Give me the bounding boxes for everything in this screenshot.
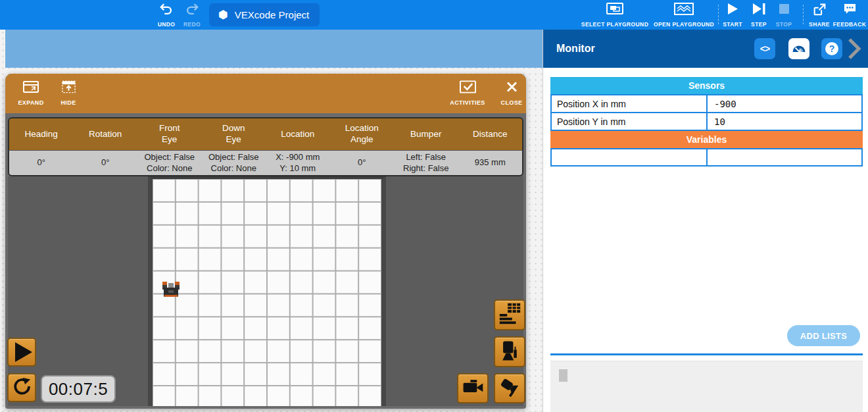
vr-robot[interactable]: [160, 279, 181, 300]
redo-label: REDO: [183, 21, 201, 28]
collapse-panel-chevron[interactable]: [847, 38, 861, 62]
hide-label: HIDE: [60, 99, 76, 106]
open-playground-button[interactable]: OPEN PLAYGROUND: [652, 3, 715, 28]
code-view-button[interactable]: <>: [754, 38, 775, 59]
toolbar-separator: [803, 5, 804, 24]
stop-button[interactable]: STOP: [772, 3, 796, 28]
monitor-panel: Monitor <> ? Sensors: [542, 30, 868, 412]
help-icon: ?: [825, 42, 838, 55]
col-header-rotation: Rotation: [74, 118, 138, 150]
value-front-eye: Object: FalseColor: None: [137, 151, 202, 175]
undo-button[interactable]: UNDO: [157, 3, 176, 28]
sensor-row-position-y: Position Y in mm 10: [550, 112, 863, 131]
redo-button[interactable]: REDO: [182, 3, 202, 28]
start-icon: [727, 3, 738, 18]
code-workspace[interactable]: EXPAND HIDE ACTIVITIES: [0, 30, 542, 412]
playground-field-icon: [674, 3, 694, 18]
sensor-name: Position Y in mm: [550, 112, 708, 131]
hide-icon: [62, 80, 76, 96]
dashboard-toggle-button[interactable]: [494, 299, 525, 330]
activities-button[interactable]: ACTIVITIES: [447, 80, 488, 106]
feedback-icon: [843, 3, 857, 18]
video-camera-icon: [461, 375, 485, 401]
play-icon: [15, 342, 32, 362]
value-rotation: 0°: [74, 151, 138, 175]
project-name-button[interactable]: ⬢ VEXcode Project: [209, 3, 320, 26]
step-icon: [752, 3, 765, 18]
share-button[interactable]: SHARE: [806, 3, 832, 28]
variable-value-cell: [706, 148, 863, 167]
console-divider: [550, 353, 863, 355]
spotlight-button[interactable]: [494, 373, 525, 403]
feedback-label: FEEDBACK: [833, 21, 866, 28]
activities-label: ACTIVITIES: [450, 99, 485, 106]
col-header-down-eye: DownEye: [202, 118, 266, 150]
gauge-icon: [791, 40, 807, 57]
share-label: SHARE: [809, 21, 830, 28]
variables-empty-row: [550, 148, 863, 167]
value-heading: 0°: [9, 151, 74, 175]
value-bumper: Left: FalseRight: False: [394, 151, 458, 175]
camera-view-button[interactable]: [457, 373, 489, 403]
col-header-front-eye: FrontEye: [137, 118, 202, 150]
start-label: START: [723, 21, 742, 28]
vexcode-app: UNDO REDO ⬢ VEXcode Project SELECT PLAYG…: [0, 0, 868, 412]
undo-icon: [159, 3, 174, 19]
monitor-table: Sensors Position X in mm -900 Position Y…: [550, 77, 863, 167]
col-header-bumper: Bumper: [394, 118, 458, 150]
toolbar-separator: [718, 5, 719, 24]
reset-icon: [12, 376, 32, 399]
workspace-top-band: [5, 30, 542, 68]
hexagon-icon: ⬢: [218, 9, 228, 20]
console-output-area[interactable]: [550, 361, 863, 412]
stop-label: STOP: [776, 21, 792, 28]
expand-label: EXPAND: [18, 99, 43, 106]
close-label: CLOSE: [500, 99, 522, 106]
close-icon: [506, 80, 518, 96]
table-lists-icon: [497, 301, 522, 329]
step-label: STEP: [751, 21, 767, 28]
value-down-eye: Object: FalseColor: None: [202, 151, 266, 175]
tilted-camera-icon: [498, 375, 521, 401]
select-playground-button[interactable]: SELECT PLAYGROUND: [579, 3, 651, 28]
variables-section-header: Variables: [550, 131, 863, 148]
value-location: X: -900 mmY: 10 mm: [266, 151, 330, 175]
playground-grid-field: [148, 176, 386, 406]
value-distance: 935 mm: [458, 151, 523, 175]
col-header-location: Location: [266, 118, 330, 150]
hide-button[interactable]: HIDE: [55, 80, 82, 106]
code-icon: <>: [760, 43, 769, 54]
variable-name-cell: [550, 148, 708, 167]
robot-config-button[interactable]: [494, 336, 525, 367]
expand-icon: [23, 80, 39, 96]
sensor-dashboard-value-row: 0° 0° Object: FalseColor: None Object: F…: [8, 150, 523, 176]
close-button[interactable]: CLOSE: [498, 80, 525, 106]
robot-pen-icon: [498, 339, 521, 365]
col-header-distance: Distance: [458, 118, 523, 150]
help-button[interactable]: ?: [821, 38, 842, 59]
monitor-layers-icon: [606, 3, 623, 18]
sensor-dashboard-header-row: Heading Rotation FrontEye DownEye Locati…: [8, 117, 523, 150]
stop-icon: [779, 3, 790, 18]
playground-window: EXPAND HIDE ACTIVITIES: [5, 74, 526, 409]
sensor-name: Position X in mm: [550, 94, 708, 113]
feedback-button[interactable]: FEEDBACK: [834, 3, 865, 28]
undo-label: UNDO: [158, 21, 176, 28]
reset-button[interactable]: [7, 373, 36, 402]
monitor-view-button[interactable]: [788, 38, 809, 59]
timer-display: 00:07:5: [41, 375, 116, 403]
step-button[interactable]: STEP: [747, 3, 771, 28]
run-button[interactable]: [7, 338, 36, 367]
sensors-section-header: Sensors: [550, 77, 863, 94]
expand-button[interactable]: EXPAND: [14, 80, 47, 106]
col-header-location-angle: LocationAngle: [330, 118, 395, 150]
start-button[interactable]: START: [721, 3, 744, 28]
monitor-title: Monitor: [556, 43, 595, 55]
add-lists-button[interactable]: ADD LISTS: [787, 325, 860, 346]
sensor-dashboard: Heading Rotation FrontEye DownEye Locati…: [8, 117, 523, 176]
project-name: VEXcode Project: [235, 9, 309, 20]
share-icon: [813, 3, 827, 18]
sensor-value: 10: [706, 112, 863, 131]
sensor-row-position-x: Position X in mm -900: [550, 94, 863, 113]
playground-3d-view[interactable]: [8, 176, 523, 406]
